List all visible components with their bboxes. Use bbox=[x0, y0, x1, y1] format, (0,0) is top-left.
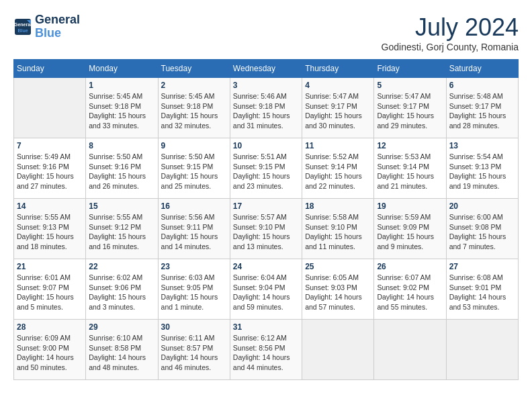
calendar-week-3: 14Sunrise: 5:55 AM Sunset: 9:13 PM Dayli… bbox=[14, 199, 519, 259]
calendar-cell: 14Sunrise: 5:55 AM Sunset: 9:13 PM Dayli… bbox=[14, 199, 86, 259]
day-number: 8 bbox=[89, 141, 154, 150]
day-number: 20 bbox=[449, 201, 515, 211]
logo-text: General Blue bbox=[35, 13, 80, 40]
day-info: Sunrise: 5:48 AM Sunset: 9:17 PM Dayligh… bbox=[449, 91, 515, 131]
day-info: Sunrise: 5:49 AM Sunset: 9:16 PM Dayligh… bbox=[17, 152, 83, 191]
logo-icon: General Blue bbox=[13, 17, 32, 36]
day-info: Sunrise: 6:01 AM Sunset: 9:07 PM Dayligh… bbox=[17, 273, 83, 312]
day-info: Sunrise: 5:45 AM Sunset: 9:18 PM Dayligh… bbox=[89, 91, 154, 131]
day-info: Sunrise: 6:03 AM Sunset: 9:05 PM Dayligh… bbox=[161, 273, 227, 312]
calendar-cell: 3Sunrise: 5:46 AM Sunset: 9:18 PM Daylig… bbox=[230, 78, 302, 138]
calendar-cell: 21Sunrise: 6:01 AM Sunset: 9:07 PM Dayli… bbox=[14, 259, 86, 320]
day-info: Sunrise: 6:07 AM Sunset: 9:02 PM Dayligh… bbox=[377, 273, 443, 312]
weekday-header-sunday: Sunday bbox=[14, 60, 86, 78]
day-number: 11 bbox=[305, 141, 371, 150]
day-info: Sunrise: 6:02 AM Sunset: 9:06 PM Dayligh… bbox=[89, 273, 154, 312]
weekday-header-wednesday: Wednesday bbox=[230, 60, 302, 78]
day-number: 28 bbox=[17, 322, 83, 332]
calendar-cell: 15Sunrise: 5:55 AM Sunset: 9:12 PM Dayli… bbox=[86, 199, 158, 259]
calendar-week-1: 1Sunrise: 5:45 AM Sunset: 9:18 PM Daylig… bbox=[14, 78, 519, 138]
day-number: 17 bbox=[233, 201, 299, 211]
calendar-cell: 6Sunrise: 5:48 AM Sunset: 9:17 PM Daylig… bbox=[446, 78, 518, 138]
day-info: Sunrise: 6:05 AM Sunset: 9:03 PM Dayligh… bbox=[305, 273, 371, 312]
calendar-cell bbox=[302, 320, 374, 380]
weekday-header-saturday: Saturday bbox=[446, 60, 518, 78]
calendar-cell: 11Sunrise: 5:52 AM Sunset: 9:14 PM Dayli… bbox=[302, 138, 374, 199]
logo-line1: General bbox=[35, 13, 80, 27]
calendar-cell: 26Sunrise: 6:07 AM Sunset: 9:02 PM Dayli… bbox=[374, 259, 446, 320]
calendar-cell: 29Sunrise: 6:10 AM Sunset: 8:58 PM Dayli… bbox=[86, 320, 158, 380]
day-info: Sunrise: 5:57 AM Sunset: 9:10 PM Dayligh… bbox=[233, 212, 299, 252]
day-number: 5 bbox=[377, 81, 443, 90]
day-info: Sunrise: 5:46 AM Sunset: 9:18 PM Dayligh… bbox=[233, 91, 299, 131]
day-number: 15 bbox=[89, 201, 154, 211]
calendar-cell: 4Sunrise: 5:47 AM Sunset: 9:17 PM Daylig… bbox=[302, 78, 374, 138]
day-number: 29 bbox=[89, 322, 154, 332]
weekday-header-thursday: Thursday bbox=[302, 60, 374, 78]
month-title: July 2024 bbox=[382, 13, 519, 42]
day-number: 9 bbox=[161, 141, 227, 150]
weekday-header-monday: Monday bbox=[86, 60, 158, 78]
calendar-cell: 7Sunrise: 5:49 AM Sunset: 9:16 PM Daylig… bbox=[14, 138, 86, 199]
day-number: 1 bbox=[89, 81, 154, 90]
calendar-cell: 30Sunrise: 6:11 AM Sunset: 8:57 PM Dayli… bbox=[158, 320, 230, 380]
day-number: 4 bbox=[305, 81, 371, 90]
calendar-cell bbox=[374, 320, 446, 380]
calendar-cell: 28Sunrise: 6:09 AM Sunset: 9:00 PM Dayli… bbox=[14, 320, 86, 380]
calendar-cell: 22Sunrise: 6:02 AM Sunset: 9:06 PM Dayli… bbox=[86, 259, 158, 320]
logo-line2: Blue bbox=[35, 27, 80, 40]
day-number: 25 bbox=[305, 262, 371, 271]
day-number: 2 bbox=[161, 81, 227, 90]
calendar-cell: 24Sunrise: 6:04 AM Sunset: 9:04 PM Dayli… bbox=[230, 259, 302, 320]
day-info: Sunrise: 6:11 AM Sunset: 8:57 PM Dayligh… bbox=[161, 333, 227, 373]
weekday-header-row: SundayMondayTuesdayWednesdayThursdayFrid… bbox=[14, 60, 519, 78]
calendar-cell bbox=[446, 320, 518, 380]
day-info: Sunrise: 5:56 AM Sunset: 9:11 PM Dayligh… bbox=[161, 212, 227, 252]
weekday-header-tuesday: Tuesday bbox=[158, 60, 230, 78]
page-header: General Blue General Blue July 2024 Godi… bbox=[13, 13, 519, 52]
day-number: 12 bbox=[377, 141, 443, 150]
title-area: July 2024 Godinesti, Gorj County, Romani… bbox=[382, 13, 519, 52]
day-number: 22 bbox=[89, 262, 154, 271]
day-info: Sunrise: 5:58 AM Sunset: 9:10 PM Dayligh… bbox=[305, 212, 371, 252]
day-info: Sunrise: 6:04 AM Sunset: 9:04 PM Dayligh… bbox=[233, 273, 299, 312]
day-info: Sunrise: 6:09 AM Sunset: 9:00 PM Dayligh… bbox=[17, 333, 83, 373]
day-info: Sunrise: 5:55 AM Sunset: 9:13 PM Dayligh… bbox=[17, 212, 83, 252]
logo: General Blue General Blue bbox=[13, 13, 80, 40]
day-info: Sunrise: 5:47 AM Sunset: 9:17 PM Dayligh… bbox=[305, 91, 371, 131]
calendar-cell: 5Sunrise: 5:47 AM Sunset: 9:17 PM Daylig… bbox=[374, 78, 446, 138]
weekday-header-friday: Friday bbox=[374, 60, 446, 78]
calendar-cell: 20Sunrise: 6:00 AM Sunset: 9:08 PM Dayli… bbox=[446, 199, 518, 259]
day-info: Sunrise: 5:53 AM Sunset: 9:14 PM Dayligh… bbox=[377, 152, 443, 191]
calendar-cell: 1Sunrise: 5:45 AM Sunset: 9:18 PM Daylig… bbox=[86, 78, 158, 138]
day-info: Sunrise: 5:54 AM Sunset: 9:13 PM Dayligh… bbox=[449, 152, 515, 191]
calendar-cell: 13Sunrise: 5:54 AM Sunset: 9:13 PM Dayli… bbox=[446, 138, 518, 199]
calendar-cell: 10Sunrise: 5:51 AM Sunset: 9:15 PM Dayli… bbox=[230, 138, 302, 199]
calendar-body: 1Sunrise: 5:45 AM Sunset: 9:18 PM Daylig… bbox=[14, 78, 519, 380]
day-number: 31 bbox=[233, 322, 299, 332]
location-subtitle: Godinesti, Gorj County, Romania bbox=[382, 42, 519, 52]
day-number: 14 bbox=[17, 201, 83, 211]
day-number: 6 bbox=[449, 81, 515, 90]
calendar-cell: 8Sunrise: 5:50 AM Sunset: 9:16 PM Daylig… bbox=[86, 138, 158, 199]
day-info: Sunrise: 5:47 AM Sunset: 9:17 PM Dayligh… bbox=[377, 91, 443, 131]
calendar-week-4: 21Sunrise: 6:01 AM Sunset: 9:07 PM Dayli… bbox=[14, 259, 519, 320]
calendar-cell: 31Sunrise: 6:12 AM Sunset: 8:56 PM Dayli… bbox=[230, 320, 302, 380]
svg-text:General: General bbox=[14, 22, 32, 27]
day-number: 16 bbox=[161, 201, 227, 211]
calendar-cell: 18Sunrise: 5:58 AM Sunset: 9:10 PM Dayli… bbox=[302, 199, 374, 259]
day-info: Sunrise: 5:45 AM Sunset: 9:18 PM Dayligh… bbox=[161, 91, 227, 131]
day-number: 27 bbox=[449, 262, 515, 271]
day-number: 10 bbox=[233, 141, 299, 150]
day-info: Sunrise: 5:51 AM Sunset: 9:15 PM Dayligh… bbox=[233, 152, 299, 191]
day-info: Sunrise: 6:12 AM Sunset: 8:56 PM Dayligh… bbox=[233, 333, 299, 373]
calendar-cell: 19Sunrise: 5:59 AM Sunset: 9:09 PM Dayli… bbox=[374, 199, 446, 259]
calendar-cell: 23Sunrise: 6:03 AM Sunset: 9:05 PM Dayli… bbox=[158, 259, 230, 320]
svg-text:Blue: Blue bbox=[17, 28, 28, 33]
day-number: 24 bbox=[233, 262, 299, 271]
calendar-week-5: 28Sunrise: 6:09 AM Sunset: 9:00 PM Dayli… bbox=[14, 320, 519, 380]
day-info: Sunrise: 6:10 AM Sunset: 8:58 PM Dayligh… bbox=[89, 333, 154, 373]
calendar-cell bbox=[14, 78, 86, 138]
day-number: 13 bbox=[449, 141, 515, 150]
day-number: 3 bbox=[233, 81, 299, 90]
